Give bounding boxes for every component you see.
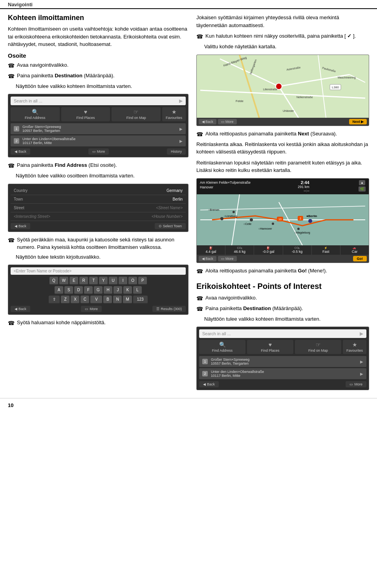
back-arrow-addr: ◀ [15,224,17,228]
nav-back-2[interactable]: ◀ Back [199,381,219,387]
phone-icon-r2: ☎ [196,130,203,139]
route-more-btn[interactable]: ▭ More [218,256,237,261]
route-icon-co2: 🌿 [359,186,366,192]
nav-list-item-1a: 1 Großer Stern×Spreeweg 10557 Berlin, Ti… [11,123,186,134]
phone-icon-r3: ☎ [196,267,203,276]
key-w[interactable]: W [59,277,68,285]
key-f[interactable]: F [84,286,93,294]
svg-text:L380: L380 [332,86,339,89]
keyboard-results-btn[interactable]: ☰ Results (300) [152,306,186,312]
bullet-find-address-text: Paina painiketta Find Address (Etsi osoi… [17,161,188,169]
list-num-1a: 1 [14,126,19,131]
erikoiskohteet-title: Erikoiskohteet - Points of Interest [196,282,369,291]
key-p[interactable]: P [138,277,147,285]
svg-point-29 [250,218,253,221]
route-ui: Am Kleinen Felde×Tulpenstraße Hanover 2:… [196,178,369,263]
key-t[interactable]: T [89,277,98,285]
svg-text:○Lüneburg: ○Lüneburg [224,215,237,218]
keyboard-more-btn[interactable]: ▭ More [81,306,102,312]
reitinlaskennan-text: Reitinlaskennan lopuksi näytetään reitin… [196,159,369,174]
search-placeholder-2: Search in all ... [202,331,231,336]
bullet-nayttoon1: Näyttöön tulee valikko kohteen ilmoittam… [8,82,188,90]
key-k[interactable]: K [123,286,132,294]
page-number: 10 [8,402,13,408]
bullet-find-address-2: Näyttöön tulee valikko osoitteen ilmoitt… [8,172,188,180]
page-bottom: 10 [0,398,377,412]
key-i[interactable]: I [119,277,127,285]
key-a[interactable]: A [55,286,63,294]
key-h[interactable]: H [104,286,112,294]
key-j[interactable]: J [113,286,122,294]
select-town-btn[interactable]: ⊙ Select Town [155,223,186,229]
nav-buttons-row-2: 🔍 Find Address ♥ Find Places ☞ Find on M… [199,340,366,354]
map-more-btn[interactable]: ▭ More [218,119,237,124]
favourites-btn-1[interactable]: ★ Favourites [162,107,186,121]
find-on-map-btn-2[interactable]: ☞ Find on Map [295,340,341,354]
key-v[interactable]: V [90,296,102,304]
nav-bottom-bar-2: ◀ Back ▭ More [199,381,366,387]
key-123[interactable]: 123 [133,296,148,304]
find-places-btn-1[interactable]: ♥ Find Places [61,107,110,121]
find-places-btn-2[interactable]: ♥ Find Places [247,340,293,354]
key-y[interactable]: Y [99,277,108,285]
back-arrow-1: ◀ [15,150,17,153]
find-address-icon-2: 🔍 [219,341,226,348]
route-go-btn[interactable]: Go! [353,256,367,261]
location-icon: ⊙ [159,224,162,228]
route-back-btn[interactable]: ◀ Back [199,256,216,261]
find-on-map-btn-1[interactable]: ☞ Find on Map [112,107,161,121]
key-x[interactable]: X [71,296,79,304]
key-shift[interactable]: ⇧ [49,296,60,304]
key-z[interactable]: Z [61,296,70,304]
list-text-1a: Großer Stern×Spreeweg 10557 Berlin, Tier… [22,125,176,133]
nav-history-1[interactable]: History [167,148,186,155]
street-label: Street [14,206,24,210]
find-address-btn-2[interactable]: 🔍 Find Address [199,340,245,354]
valittu-text: Valittu kohde näytetään kartalla. [196,43,369,51]
map-back-btn[interactable]: ◀ Back [199,119,216,124]
bullet-avaa-text: Avaa navigointivalikko. [17,61,188,69]
find-address-btn-1[interactable]: 🔍 Find Address [11,107,60,121]
back-arrow-map: ◀ [202,120,205,124]
favourites-btn-2[interactable]: ★ Favourites [343,340,366,354]
key-n[interactable]: N [113,296,122,304]
route-time: 2:44 291 km --:-- [298,180,309,193]
nav-more-1[interactable]: ▭ More [88,148,109,155]
key-s[interactable]: S [64,286,73,294]
key-d[interactable]: D [74,286,83,294]
key-c[interactable]: C [81,296,89,304]
svg-point-33 [308,219,312,223]
search-arrow-1: ▶ [179,98,183,104]
bullet-aloita-2: ☎ Aloita reittiopastus painamalla painik… [196,267,369,276]
section-title: Kohteen ilmoittaminen [8,14,188,22]
key-o[interactable]: O [128,277,137,285]
key-q[interactable]: Q [49,277,58,285]
key-g[interactable]: G [94,286,102,294]
map-next-btn[interactable]: Next ▶ [349,119,367,124]
bullet-aloita-1-text: Aloita reittiopastus painamalla painiket… [205,130,369,138]
key-b[interactable]: B [103,296,112,304]
more-icon-1: ▭ [92,150,96,153]
address-ui: Country Germany Town Berlin Street <Stre… [8,184,188,232]
route-stat-co2: CO₂ 46.6 kg [225,245,254,255]
key-m[interactable]: M [123,296,132,304]
bullet-syota: ☎ Syötä peräkkäin maa, kaupunki ja katuo… [8,236,188,251]
svg-text:Lilienstraße: Lilienstraße [263,88,277,91]
country-value: Germany [167,188,183,193]
svg-text:○Bremen: ○Bremen [208,208,220,211]
key-u[interactable]: U [109,277,117,285]
favourites-icon-1: ★ [172,109,177,115]
address-back-btn[interactable]: ◀ Back [11,223,30,229]
list-num-1b: 2 [14,138,19,144]
key-l[interactable]: L [133,286,142,294]
phone-icon-1: ☎ [8,62,15,70]
keyboard-back-btn[interactable]: ◀ Back [11,306,30,312]
svg-text:○Hannover: ○Hannover [258,227,272,230]
bullet-destination-text: Paina painiketta Destination (Määränpää)… [17,72,188,80]
key-e[interactable]: E [70,277,78,285]
nav-more-2[interactable]: ▭ More [346,381,366,387]
left-column: Kohteen ilmoittaminen Kohteen ilmoittami… [8,9,188,394]
nav-back-1[interactable]: ◀ Back [11,148,30,155]
favourites-icon-2: ★ [352,341,357,348]
key-r[interactable]: R [79,277,88,285]
